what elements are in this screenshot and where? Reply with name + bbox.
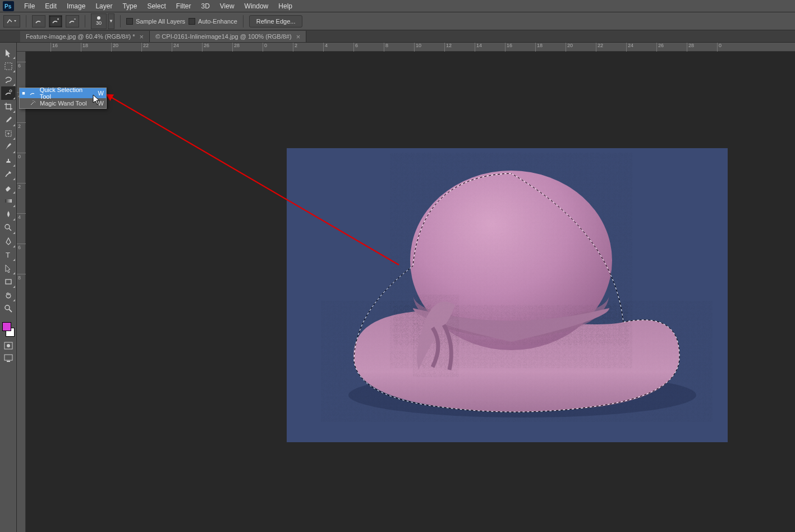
- tool-type[interactable]: T: [1, 248, 16, 262]
- close-icon[interactable]: ×: [296, 33, 301, 40]
- add-to-selection-button[interactable]: [49, 15, 62, 27]
- ruler-tick: 20: [566, 43, 573, 52]
- flyout-label: Magic Wand Tool: [40, 100, 87, 107]
- ruler-tick: 22: [141, 43, 149, 52]
- quick-mask-mode[interactable]: [1, 340, 16, 351]
- ruler-vertical[interactable]: 6 4 2 0 2 4 6 8: [17, 52, 26, 532]
- close-icon[interactable]: ×: [140, 33, 144, 40]
- menu-help[interactable]: Help: [273, 1, 297, 11]
- ruler-tick: 16: [505, 43, 512, 52]
- tool-zoom[interactable]: [1, 302, 16, 315]
- document-canvas[interactable]: [287, 148, 728, 442]
- ruler-tick: 20: [111, 43, 118, 52]
- menu-select[interactable]: Select: [142, 1, 171, 11]
- ruler-tick: 16: [50, 43, 58, 52]
- new-selection-button[interactable]: [32, 15, 45, 27]
- ruler-tick: 2: [17, 183, 26, 190]
- svg-point-6: [5, 224, 10, 229]
- ruler-tick: 18: [81, 43, 88, 52]
- tool-clone-stamp[interactable]: [1, 154, 16, 167]
- ruler-tick: 2: [17, 122, 26, 129]
- menu-view[interactable]: View: [215, 1, 240, 11]
- foreground-color[interactable]: [2, 322, 11, 331]
- tab-document-1[interactable]: Feature-image.jpg @ 60.4% (RGB/8#) * ×: [20, 31, 150, 42]
- separator: [26, 15, 26, 27]
- active-indicator: ■: [22, 90, 25, 96]
- menu-window[interactable]: Window: [240, 1, 274, 11]
- separator: [120, 15, 121, 27]
- ruler-tick: 0: [263, 43, 267, 52]
- ruler-tick: 8: [384, 43, 388, 52]
- tab-label: Feature-image.jpg @ 60.4% (RGB/8#) *: [26, 33, 135, 40]
- menu-type[interactable]: Type: [117, 1, 142, 11]
- subtract-from-selection-button[interactable]: [66, 15, 79, 27]
- tool-path-selection[interactable]: [1, 262, 16, 275]
- tool-crop[interactable]: [1, 100, 16, 113]
- menu-edit[interactable]: Edit: [40, 1, 62, 11]
- tool-move[interactable]: [1, 46, 16, 59]
- ruler-tick: 8: [17, 274, 26, 281]
- auto-enhance-checkbox[interactable]: Auto-Enhance: [189, 18, 237, 25]
- tab-document-2[interactable]: © CPI-0161-Inlineimage14.jpg @ 100% (RGB…: [150, 31, 306, 42]
- tool-dodge[interactable]: [1, 221, 16, 235]
- quick-selection-icon: [29, 90, 36, 97]
- svg-point-11: [7, 344, 10, 347]
- svg-text:Ps: Ps: [4, 3, 12, 10]
- menu-image[interactable]: Image: [62, 1, 90, 11]
- tool-blur[interactable]: [1, 208, 16, 221]
- ruler-tick: 24: [172, 43, 179, 52]
- tool-pen[interactable]: [1, 235, 16, 248]
- ruler-tick: 14: [475, 43, 482, 52]
- svg-rect-8: [6, 279, 11, 284]
- shortcut-key: W: [98, 90, 104, 97]
- screen-mode[interactable]: [1, 352, 16, 364]
- menu-layer[interactable]: Layer: [90, 1, 117, 11]
- tool-quick-selection[interactable]: [1, 86, 16, 100]
- svg-text:T: T: [6, 251, 10, 259]
- svg-rect-12: [4, 355, 12, 360]
- tool-gradient[interactable]: [1, 194, 16, 208]
- menu-file[interactable]: File: [19, 1, 40, 11]
- document-tabs: Feature-image.jpg @ 60.4% (RGB/8#) * × ©…: [0, 30, 795, 43]
- sample-all-layers-checkbox[interactable]: Sample All Layers: [126, 18, 185, 25]
- ruler-tick: 26: [656, 43, 664, 52]
- chevron-down-icon[interactable]: ▼: [108, 13, 114, 29]
- tool-rectangle[interactable]: [1, 275, 16, 288]
- tool-history-brush[interactable]: [1, 167, 16, 181]
- ruler-tick: 26: [202, 43, 209, 52]
- svg-rect-5: [5, 199, 12, 203]
- color-swatches[interactable]: [1, 322, 16, 337]
- ruler-horizontal[interactable]: 16 18 20 22 24 26 28 0 2 4 6 8 10 12 14 …: [17, 43, 795, 52]
- separator: [85, 15, 85, 27]
- ruler-tick: 6: [17, 62, 26, 68]
- svg-point-3: [10, 90, 12, 92]
- ruler-tick: 0: [17, 153, 26, 159]
- shortcut-key: W: [98, 100, 104, 107]
- brush-size-value: 30: [96, 20, 102, 26]
- svg-rect-13: [7, 361, 10, 362]
- tool-eyedropper[interactable]: [1, 113, 16, 127]
- tool-marquee[interactable]: [1, 59, 16, 73]
- flyout-item-quick-selection[interactable]: ■ Quick Selection Tool W: [20, 88, 106, 98]
- tool-preset-picker[interactable]: [3, 15, 20, 27]
- ruler-tick: 18: [535, 43, 543, 52]
- ruler-tick: 6: [17, 244, 26, 250]
- ruler-tick: 4: [17, 213, 26, 220]
- menu-3d[interactable]: 3D: [196, 1, 214, 11]
- brush-preset-picker[interactable]: 30 ▼: [91, 13, 114, 29]
- ruler-tick: 24: [626, 43, 633, 52]
- flyout-label: Quick Selection Tool: [40, 86, 95, 100]
- tab-label: © CPI-0161-Inlineimage14.jpg @ 100% (RGB…: [155, 33, 291, 40]
- tool-healing-brush[interactable]: [1, 127, 16, 140]
- ruler-tick: 10: [414, 43, 421, 52]
- tool-lasso[interactable]: [1, 73, 16, 86]
- ruler-tick: 12: [444, 43, 452, 52]
- tool-eraser[interactable]: [1, 181, 16, 194]
- refine-edge-button[interactable]: Refine Edge...: [249, 15, 303, 27]
- ruler-tick: 4: [323, 43, 328, 52]
- tool-brush[interactable]: [1, 140, 16, 154]
- tool-hand[interactable]: [1, 288, 16, 302]
- menu-filter[interactable]: Filter: [171, 1, 196, 11]
- canvas-area[interactable]: [26, 52, 795, 532]
- ruler-tick: 22: [596, 43, 603, 52]
